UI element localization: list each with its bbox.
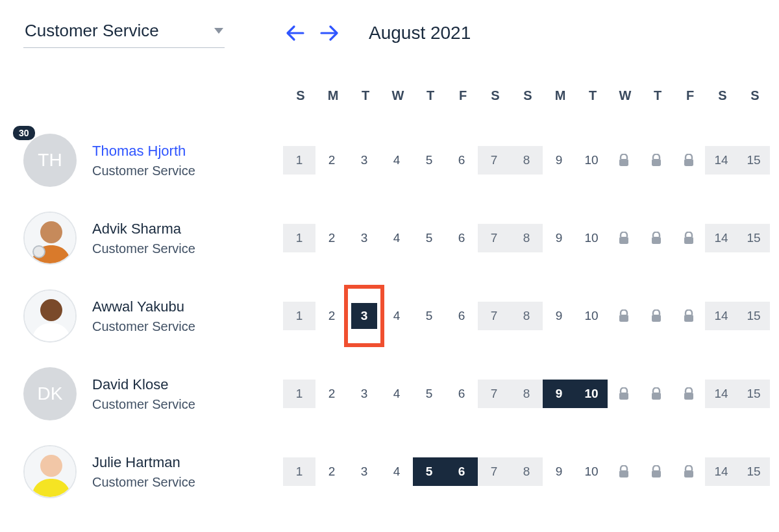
day-cell[interactable]: 1 — [283, 302, 315, 330]
day-cell[interactable]: 9 — [543, 224, 575, 252]
day-cell[interactable]: 2 — [315, 457, 348, 486]
day-cell[interactable]: 10 — [575, 146, 608, 175]
locked-day-cell — [673, 224, 705, 252]
day-cell[interactable]: 4 — [380, 302, 413, 330]
day-cell[interactable]: 4 — [380, 457, 413, 486]
day-cell[interactable]: 6 — [445, 302, 478, 330]
day-cell[interactable]: 10 — [575, 380, 608, 408]
person-cell: TH30Thomas HjorthCustomer Service — [23, 121, 283, 199]
highlighted-day-cell[interactable]: 3 — [348, 289, 380, 343]
day-cell[interactable]: 5 — [413, 302, 445, 330]
day-cell[interactable]: 14 — [705, 224, 737, 252]
day-cell[interactable]: 8 — [510, 302, 543, 330]
day-cell[interactable]: 6 — [445, 457, 478, 486]
locked-day-cell — [673, 146, 705, 175]
day-cell[interactable]: 4 — [380, 224, 413, 252]
department-select[interactable]: Customer Service — [23, 18, 225, 48]
day-cell[interactable]: 15 — [737, 302, 770, 330]
day-cell[interactable]: 2 — [315, 224, 348, 252]
lock-icon — [650, 309, 662, 322]
day-cell[interactable]: 10 — [575, 224, 608, 252]
day-cell[interactable]: 3 — [348, 457, 380, 486]
day-cell[interactable]: 4 — [380, 146, 413, 175]
svg-rect-4 — [652, 159, 661, 166]
day-cell[interactable]: 9 — [543, 457, 575, 486]
day-cell[interactable]: 6 — [445, 380, 478, 408]
day-cell[interactable]: 9 — [543, 302, 575, 330]
weekday-label: T — [641, 88, 674, 103]
day-cell[interactable]: 5 — [413, 380, 445, 408]
day-cell[interactable]: 2 — [315, 380, 348, 408]
day-cell[interactable]: 8 — [510, 457, 543, 486]
day-cell[interactable]: 6 — [445, 146, 478, 175]
day-cell[interactable]: 10 — [575, 457, 608, 486]
locked-day-cell — [608, 302, 640, 330]
avatar[interactable] — [23, 289, 77, 343]
weekday-label: W — [609, 88, 641, 103]
day-cell[interactable]: 7 — [478, 224, 510, 252]
person-department: Customer Service — [92, 319, 195, 334]
day-cell[interactable]: 2 — [315, 302, 348, 330]
day-cell[interactable]: 5 — [413, 457, 445, 486]
day-cell[interactable]: 7 — [478, 380, 510, 408]
schedule-row: 123456789101415 — [283, 355, 771, 433]
day-cell[interactable]: 7 — [478, 457, 510, 486]
day-cell[interactable]: 8 — [510, 380, 543, 408]
day-cell[interactable]: 15 — [737, 380, 770, 408]
day-cell[interactable]: 14 — [705, 146, 737, 175]
day-cell[interactable]: 15 — [737, 457, 770, 486]
day-cell[interactable]: 14 — [705, 380, 737, 408]
day-cell[interactable]: 14 — [705, 457, 737, 486]
arrow-right-icon — [319, 25, 339, 42]
day-cell[interactable]: 3 — [348, 380, 380, 408]
schedule-row: 123456789101415 — [283, 199, 771, 277]
day-cell[interactable]: 7 — [478, 146, 510, 175]
avatar[interactable]: DK — [23, 367, 77, 420]
day-cell[interactable]: 8 — [510, 146, 543, 175]
day-cell[interactable]: 15 — [737, 224, 770, 252]
day-cell[interactable]: 5 — [413, 146, 445, 175]
avatar[interactable] — [23, 212, 77, 265]
day-cell[interactable]: 1 — [283, 457, 315, 486]
day-cell[interactable]: 7 — [478, 302, 510, 330]
day-cell[interactable]: 4 — [380, 380, 413, 408]
day-cell[interactable]: 1 — [283, 224, 315, 252]
person-cell: Advik SharmaCustomer Service — [23, 199, 283, 277]
day-cell[interactable]: 2 — [315, 146, 348, 175]
lock-icon — [683, 387, 695, 400]
day-cell[interactable]: 8 — [510, 224, 543, 252]
day-cell[interactable]: 3 — [348, 146, 380, 175]
department-select-label: Customer Service — [25, 21, 159, 41]
day-cell[interactable]: 1 — [283, 380, 315, 408]
day-cell[interactable]: 14 — [705, 302, 737, 330]
svg-rect-18 — [652, 393, 661, 400]
prev-month-button[interactable] — [283, 21, 308, 45]
svg-rect-3 — [619, 159, 628, 166]
avatar-photo — [23, 289, 77, 343]
person-text: Julie HartmanCustomer Service — [92, 454, 195, 490]
lock-icon — [683, 465, 695, 478]
weekday-label: S — [739, 88, 771, 103]
person-cell: DKDavid KloseCustomer Service — [23, 355, 283, 433]
person-name[interactable]: Thomas Hjorth — [92, 143, 195, 160]
avatar[interactable]: TH30 — [23, 134, 77, 187]
person-cell: Julie HartmanCustomer Service — [23, 433, 283, 511]
day-cell[interactable]: 9 — [543, 146, 575, 175]
locked-day-cell — [640, 302, 673, 330]
person-department: Customer Service — [92, 397, 195, 412]
day-cell[interactable]: 9 — [543, 380, 575, 408]
svg-point-7 — [40, 221, 62, 243]
svg-rect-15 — [652, 315, 661, 322]
next-month-button[interactable] — [317, 21, 341, 45]
day-cell[interactable]: 1 — [283, 146, 315, 175]
day-cell[interactable]: 5 — [413, 224, 445, 252]
person-text: Advik SharmaCustomer Service — [92, 221, 195, 256]
day-cell[interactable]: 6 — [445, 224, 478, 252]
chevron-down-icon — [214, 28, 223, 34]
day-cell[interactable]: 10 — [575, 302, 608, 330]
day-cell[interactable]: 3 — [348, 224, 380, 252]
avatar[interactable] — [23, 445, 77, 498]
svg-rect-11 — [684, 237, 693, 244]
person-text: Thomas HjorthCustomer Service — [92, 143, 195, 178]
day-cell[interactable]: 15 — [737, 146, 770, 175]
